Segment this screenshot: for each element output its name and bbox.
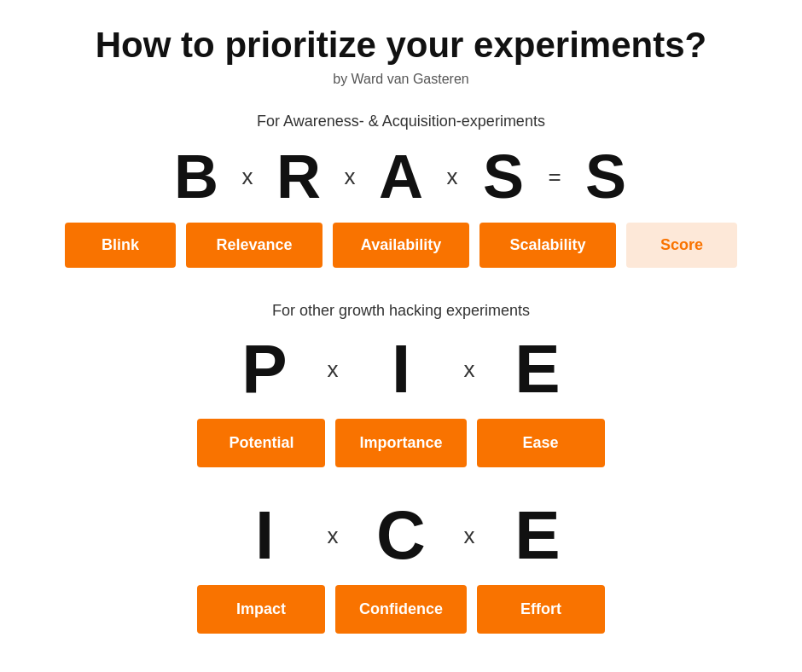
pie-badge-importance: Importance [335, 419, 466, 467]
brass-op-1: x [235, 164, 260, 190]
brass-badge-scalability: Scalability [479, 223, 616, 268]
brass-letter-s: S [465, 146, 542, 207]
brass-op-3: x [439, 164, 465, 190]
brass-badge-availability: Availability [333, 223, 469, 268]
ice-badge-effort: Effort [477, 585, 605, 634]
ice-labels-row: Impact Confidence Effort [197, 585, 605, 634]
brass-badge-blink: Blink [65, 223, 176, 268]
ice-badge-impact: Impact [197, 585, 325, 634]
ice-letter-i: I [213, 501, 316, 570]
ice-formula-row: I x C x E [213, 501, 589, 570]
ice-badge-confidence: Confidence [335, 585, 467, 634]
brass-letter-r: R [260, 146, 337, 207]
pie-letter-i: I [350, 335, 452, 403]
page-subtitle: by Ward van Gasteren [333, 72, 468, 87]
ice-op-2: x [452, 523, 486, 549]
brass-badge-score: Score [626, 223, 737, 268]
pie-op-1: x [316, 356, 350, 383]
page-title: How to prioritize your experiments? [96, 26, 706, 65]
pie-badge-ease: Ease [477, 419, 605, 467]
brass-equals: = [542, 164, 567, 190]
brass-result-s: S [567, 146, 644, 207]
pie-formula-row: P x I x E [213, 335, 589, 403]
brass-op-2: x [337, 164, 363, 190]
brass-letter-a: A [363, 146, 439, 207]
brass-labels-row: Blink Relevance Availability Scalability… [65, 223, 737, 268]
brass-letter-b: B [158, 146, 235, 207]
pie-labels-row: Potential Importance Ease [197, 419, 604, 467]
ice-letter-c: C [350, 501, 452, 570]
ice-op-1: x [316, 523, 350, 549]
pie-letter-p: P [213, 335, 316, 403]
pie-op-2: x [452, 356, 486, 383]
brass-section-label: For Awareness- & Acquisition-experiments [257, 113, 545, 130]
pie-letter-e: E [486, 335, 589, 403]
pie-badge-potential: Potential [197, 419, 325, 467]
ice-letter-e: E [486, 501, 589, 570]
brass-badge-relevance: Relevance [186, 223, 323, 268]
pie-section-label: For other growth hacking experiments [272, 302, 530, 320]
brass-formula-row: B x R x A x S = S [158, 146, 644, 207]
